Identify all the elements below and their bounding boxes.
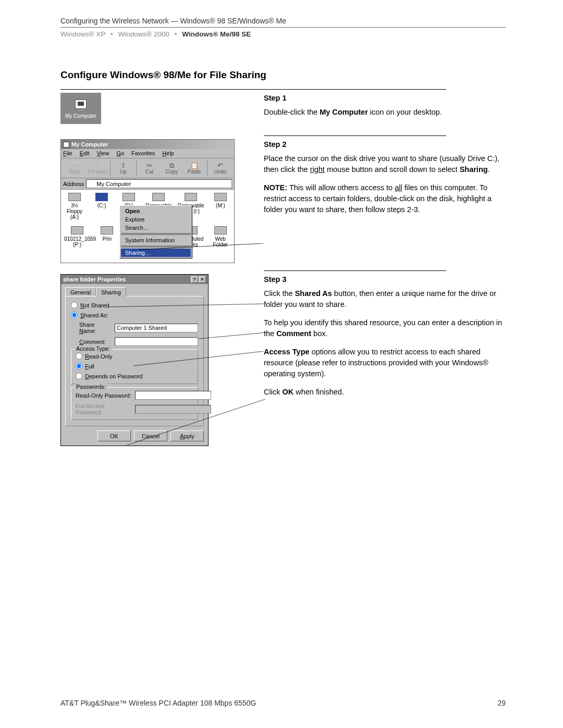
hdd-icon: [71, 226, 83, 235]
apply-button[interactable]: Apply: [170, 430, 204, 441]
comment-field[interactable]: [115, 337, 198, 346]
properties-dialog: share folder Properties ? × General Shar…: [60, 274, 209, 446]
access-type-group: Access Type: Read-Only Full Depends on P…: [71, 349, 198, 384]
drive-c[interactable]: (C:): [91, 193, 112, 220]
full-label: Full: [85, 363, 94, 369]
read-only-radio[interactable]: [76, 353, 82, 360]
breadcrumb-item[interactable]: Windows® XP: [60, 30, 105, 38]
step1-rule: [60, 89, 446, 90]
ok-button[interactable]: OK: [97, 430, 131, 441]
globe-icon: [214, 193, 227, 201]
depends-label: Depends on Password: [85, 373, 143, 379]
drive-p[interactable]: 010212_1059 (P:): [64, 226, 90, 248]
dlg-title: share folder Properties: [63, 276, 126, 282]
web-folder-icon: [214, 226, 227, 235]
read-only-label: Read-Only: [85, 353, 113, 360]
breadcrumb-item[interactable]: Windows® 2000: [118, 30, 170, 38]
address-field-value: My Computer: [96, 181, 131, 187]
passwords-group: Passwords: Read-Only Password: Full Acce…: [71, 387, 198, 420]
leader-comment: [199, 332, 266, 342]
full-radio[interactable]: [76, 363, 82, 369]
monitor-icon: [75, 100, 87, 109]
removable-icon: [152, 193, 165, 201]
menu-edit[interactable]: Edit: [80, 150, 90, 157]
cancel-button[interactable]: Cancel: [134, 430, 167, 441]
drive-m[interactable]: (M:): [210, 193, 231, 220]
address-label: Address: [63, 181, 84, 187]
menu-help[interactable]: Help: [162, 150, 174, 157]
menu-favorites[interactable]: Favorites: [131, 150, 155, 157]
printer-icon: [101, 226, 113, 235]
tabs: General Sharing: [65, 287, 204, 297]
ctx-sharing[interactable]: Sharing…: [121, 249, 191, 257]
passwords-title: Passwords:: [75, 384, 107, 390]
shared-as-radio[interactable]: [71, 312, 78, 318]
drive-floppy[interactable]: 3½ Floppy (A:): [64, 193, 85, 220]
step1-text: Double-click the My Computer icon on you…: [264, 107, 506, 118]
monitor-base-icon: [77, 109, 84, 111]
menu-file[interactable]: File: [63, 150, 72, 157]
page-footer: AT&T Plug&Share™ Wireless PCI Adapter 10…: [60, 699, 506, 707]
desktop-icon-label: My Computer: [65, 113, 96, 119]
sep: [207, 161, 207, 176]
my-computer-icon: [88, 181, 95, 187]
undo-button[interactable]: ↶Undo: [210, 159, 231, 177]
removable-icon: [185, 193, 197, 201]
paste-button[interactable]: 📋Paste: [183, 159, 205, 177]
share-name-field[interactable]: [115, 324, 198, 332]
forward-icon: →: [94, 162, 101, 169]
ctx-sep: [121, 245, 191, 248]
printers[interactable]: Prin: [96, 226, 118, 248]
up-icon: ⇧: [120, 162, 126, 169]
cut-button[interactable]: ✂Cut: [139, 159, 160, 177]
menu-go[interactable]: Go: [116, 150, 124, 157]
paste-icon: 📋: [190, 162, 199, 169]
hdd-icon: [123, 193, 135, 201]
header-rule: [60, 27, 506, 28]
titlebar: My Computer: [61, 140, 234, 149]
not-shared-radio[interactable]: [71, 302, 78, 309]
breadcrumb-sep: •: [111, 30, 113, 38]
step3-p3: Access Type options allow you to restric…: [264, 347, 506, 379]
address-field[interactable]: My Computer: [86, 179, 232, 188]
step2-note: NOTE: This will allow others access to a…: [264, 182, 506, 215]
breadcrumb-item-active: Windows® Me/98 SE: [182, 30, 251, 38]
ctx-search[interactable]: Search…: [121, 224, 191, 232]
step3-rule: [264, 270, 446, 271]
menu-view[interactable]: View: [97, 150, 109, 157]
menubar: File Edit View Go Favorites Help: [61, 149, 234, 158]
back-button[interactable]: ←Back: [64, 159, 85, 177]
ro-pw-label: Read-Only Password:: [76, 392, 132, 399]
step2-p1: Place the cursor on the disk drive you w…: [264, 153, 506, 175]
ctx-system-information[interactable]: System Information: [121, 236, 191, 244]
close-button[interactable]: ×: [199, 276, 206, 283]
undo-icon: ↶: [217, 162, 223, 169]
ctx-open[interactable]: Open: [121, 207, 191, 215]
step3-p2: To help you identify this shared resourc…: [264, 317, 506, 339]
forward-button[interactable]: →Forward: [87, 159, 108, 177]
help-button[interactable]: ?: [191, 276, 198, 283]
up-button[interactable]: ⇧Up: [113, 159, 134, 177]
tab-general[interactable]: General: [65, 287, 96, 297]
not-shared-label: Not Shared: [80, 302, 109, 309]
fa-pw-label: Full Access Password:: [76, 403, 132, 415]
footer-product: AT&T Plug&Share™ Wireless PCI Adapter 10…: [60, 699, 256, 707]
sep: [136, 161, 137, 176]
copy-button[interactable]: ⧉Copy: [161, 159, 182, 177]
address-bar: Address My Computer: [61, 178, 234, 190]
depends-radio[interactable]: [76, 373, 82, 379]
step2-rule: [264, 135, 446, 136]
svg-line-2: [199, 332, 266, 339]
my-computer-icon[interactable]: My Computer: [60, 93, 101, 124]
ro-pw-field[interactable]: [135, 391, 211, 400]
tab-sharing[interactable]: Sharing: [96, 287, 126, 297]
web-folders[interactable]: Web Folder: [210, 226, 231, 248]
window-title: My Computer: [71, 141, 108, 147]
hdd-icon: [95, 193, 108, 201]
section-heading: Configure Windows® 98/Me for File Sharin…: [60, 69, 506, 81]
step3-title: Step 3: [264, 274, 506, 285]
dlg-titlebar: share folder Properties ? ×: [61, 275, 208, 284]
context-menu: Open Explore Search… System Information …: [119, 205, 192, 258]
toolbar: ←Back →Forward ⇧Up ✂Cut ⧉Copy 📋Paste ↶Un…: [61, 158, 234, 178]
ctx-explore[interactable]: Explore: [121, 215, 191, 224]
